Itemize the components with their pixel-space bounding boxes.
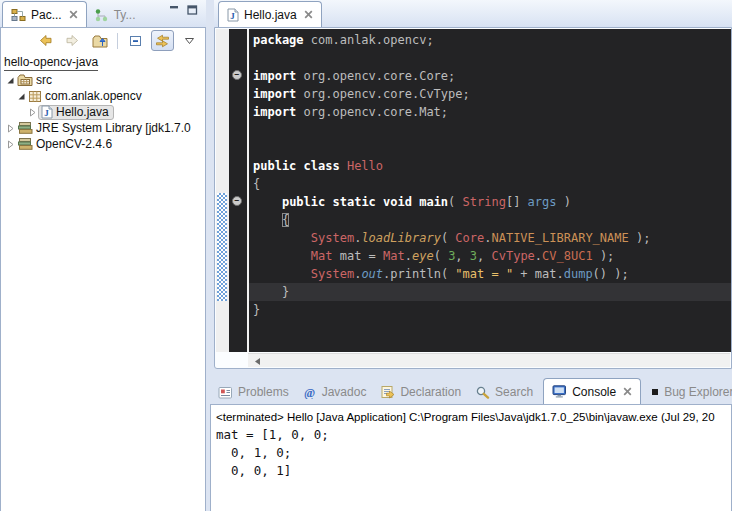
minimize-button[interactable] [169, 1, 180, 19]
fold-collapse-icon[interactable]: − [232, 196, 242, 206]
tab-problems-label: Problems [238, 385, 289, 399]
bottom-tabbar: Problems@JavadocDeclarationSearchConsole… [210, 377, 732, 404]
fold-collapse-icon[interactable]: − [232, 70, 242, 80]
tab-declaration[interactable]: Declaration [376, 380, 465, 404]
editor-folding-column[interactable]: −− [229, 29, 247, 352]
code-line[interactable]: System.out.println( "mat = " + mat.dump(… [249, 265, 731, 283]
editor-annotation-ruler[interactable] [216, 29, 229, 352]
close-icon[interactable] [623, 387, 632, 396]
expander-collapsed-icon[interactable] [27, 108, 38, 117]
view-window-buttons [169, 1, 206, 27]
tree-project-row[interactable]: hello-opencv-java [1, 53, 205, 72]
code-line[interactable]: import org.opencv.core.Core; [249, 67, 731, 85]
editor-tabbar: JHello.java [214, 0, 732, 27]
tab-package-explorer[interactable]: Pac... [2, 1, 87, 27]
library-icon [17, 121, 33, 135]
code-line[interactable]: Mat mat = Mat.eye( 3, 3, CvType.CV_8UC1 … [249, 247, 731, 265]
code-line[interactable]: { [249, 175, 731, 193]
range-indicator [217, 193, 227, 301]
code-line[interactable]: import org.opencv.core.Mat; [249, 103, 731, 121]
selected-tree-item: JHello.java [38, 105, 114, 120]
tab-console[interactable]: Console [543, 378, 641, 404]
view-menu-button[interactable] [178, 30, 201, 51]
left-view-tabbar: Pac...Ty... [0, 0, 206, 27]
package-explorer-body: hello-opencv-java srccom.anlak.opencvJHe… [0, 27, 206, 511]
package-explorer-toolbar [1, 28, 205, 53]
console-process-header: <terminated> Hello [Java Application] C:… [211, 405, 731, 426]
tree-item-label: OpenCV-2.4.6 [36, 137, 112, 151]
tab-javadoc-label: Javadoc [322, 385, 367, 399]
tab-package-explorer-label: Pac... [31, 8, 62, 22]
tab-type-hierarchy[interactable]: Ty... [87, 3, 143, 27]
console-body: <terminated> Hello [Java Application] C:… [210, 404, 732, 511]
console-output-line: 0, 1, 0; [216, 444, 731, 462]
type-hierarchy-icon [94, 8, 109, 22]
editor-view: JHello.java −− package com.anlak.opencv;… [214, 0, 732, 369]
bug-square-icon [651, 388, 659, 396]
tree-item-jre-system-library-jdk1-7-0[interactable]: JRE System Library [jdk1.7.0 [1, 120, 205, 136]
eclipse-workbench: { "left_panel": { "tabs": [ {"name":"tab… [0, 0, 732, 511]
library-icon [17, 137, 33, 151]
code-line[interactable]: package com.anlak.opencv; [249, 31, 731, 49]
tab-javadoc[interactable]: @Javadoc [299, 380, 371, 404]
code-line[interactable] [249, 121, 731, 139]
code-line[interactable]: } [249, 301, 731, 319]
console-output-line: mat = [1, 0, 0; [216, 426, 731, 444]
close-icon[interactable] [304, 10, 313, 19]
tree-item-label: Hello.java [56, 105, 109, 119]
tab-declaration-label: Declaration [400, 385, 461, 399]
code-line[interactable]: System.loadLibrary( Core.NATIVE_LIBRARY_… [249, 229, 731, 247]
expander-collapsed-icon[interactable] [5, 124, 16, 133]
up-button[interactable] [88, 30, 111, 51]
maximize-button[interactable] [187, 1, 198, 19]
scroll-left-arrow-icon[interactable] [254, 352, 261, 370]
horizontal-scrollbar[interactable] [248, 353, 730, 367]
tree-item-hello-java[interactable]: JHello.java [1, 104, 205, 120]
tab-bug-explorer[interactable]: Bug Explorer [647, 380, 732, 404]
tab-type-hierarchy-label: Ty... [114, 8, 136, 22]
close-icon[interactable] [69, 10, 78, 19]
toolbar-separator [117, 33, 118, 49]
editor-body: −− package com.anlak.opencv;import org.o… [214, 27, 732, 369]
expander-collapsed-icon[interactable] [5, 140, 16, 149]
code-line[interactable]: public static void main( String[] args ) [249, 193, 731, 211]
tree-item-src[interactable]: src [1, 72, 205, 88]
forward-button[interactable] [61, 30, 84, 51]
tab-search[interactable]: Search [471, 380, 537, 404]
code-line[interactable] [249, 139, 731, 157]
collapse-all-button[interactable] [124, 30, 147, 51]
declaration-icon [380, 385, 395, 399]
project-name: hello-opencv-java [4, 55, 98, 71]
tree-item-label: JRE System Library [jdk1.7.0 [36, 121, 191, 135]
package-explorer-view: Pac...Ty... hello-opencv-java srccom.anl… [0, 0, 206, 511]
back-button[interactable] [34, 30, 57, 51]
tab-hello-java-label: Hello.java [244, 8, 297, 22]
java-file-icon: J [227, 8, 239, 22]
tree-item-com-anlak-opencv[interactable]: com.anlak.opencv [1, 88, 205, 104]
problems-icon [218, 386, 233, 399]
svg-text:J: J [44, 108, 49, 118]
code-line[interactable]: import org.opencv.core.CvType; [249, 85, 731, 103]
tree-item-opencv-2-4-6[interactable]: OpenCV-2.4.6 [1, 136, 205, 152]
svg-text:@: @ [304, 386, 315, 399]
code-line[interactable]: public class Hello [249, 157, 731, 175]
tab-hello-java[interactable]: JHello.java [218, 1, 322, 27]
code-line[interactable] [249, 49, 731, 67]
tab-console-label: Console [572, 385, 616, 399]
tab-bug-explorer-label: Bug Explorer [664, 385, 732, 399]
link-with-editor-button[interactable] [151, 30, 174, 51]
tab-search-label: Search [495, 385, 533, 399]
console-icon [552, 385, 567, 398]
source-folder-icon [17, 73, 33, 87]
console-output-line: 0, 0, 1] [216, 462, 731, 480]
tree-item-label: com.anlak.opencv [45, 89, 142, 103]
expander-expanded-icon[interactable] [5, 76, 16, 85]
tab-problems[interactable]: Problems [214, 380, 293, 404]
code-line[interactable]: } [249, 283, 731, 301]
code-area[interactable]: package com.anlak.opencv;import org.open… [249, 29, 731, 352]
package-explorer-tree: hello-opencv-java srccom.anlak.opencvJHe… [1, 53, 205, 152]
code-line[interactable]: { [249, 211, 731, 229]
console-output[interactable]: mat = [1, 0, 0; 0, 1, 0; 0, 0, 1] [211, 426, 731, 480]
expander-expanded-icon[interactable] [16, 92, 27, 101]
java-file-icon: J [41, 105, 53, 119]
